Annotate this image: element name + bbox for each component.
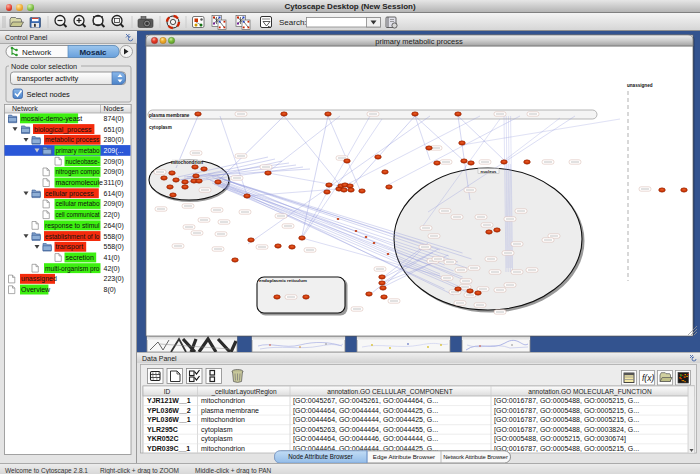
- svg-text:558(0): 558(0): [104, 243, 124, 251]
- svg-text:nucleus: nucleus: [481, 169, 497, 174]
- svg-text:874(0): 874(0): [104, 115, 124, 123]
- svg-text:mitochondrion: mitochondrion: [201, 445, 245, 452]
- svg-text:biological_process: biological_process: [34, 126, 92, 134]
- svg-text:[GO:0005488, GO:0005215, GO:00: [GO:0005488, GO:0005215, GO:0030674]: [494, 435, 626, 443]
- svg-text:[GO:0044464, GO:0044446, GO:00: [GO:0044464, GO:0044446, GO:0044444, G..…: [293, 435, 438, 443]
- svg-text:Overview: Overview: [21, 286, 51, 293]
- svg-text:280(0): 280(0): [104, 136, 124, 144]
- svg-text:209(0): 209(0): [104, 200, 124, 208]
- svg-text:Node Attribute Browser: Node Attribute Browser: [288, 453, 353, 460]
- svg-text:Edge Attribute Browser: Edge Attribute Browser: [373, 453, 435, 460]
- svg-text:22(0): 22(0): [104, 211, 120, 219]
- svg-text:ID: ID: [164, 388, 171, 395]
- svg-text:multi-organism pro: multi-organism pro: [45, 265, 100, 273]
- svg-text:nucleobase-: nucleobase-: [66, 158, 101, 165]
- svg-text:YJR121W__1: YJR121W__1: [147, 397, 191, 404]
- svg-text:mitochondrion: mitochondrion: [171, 160, 203, 165]
- svg-text:209(...: 209(...: [104, 147, 124, 155]
- svg-text:[GO:0016787, GO:0005488, GO:00: [GO:0016787, GO:0005488, GO:0003824, G..…: [494, 426, 639, 434]
- svg-text:f(x): f(x): [642, 373, 654, 383]
- svg-text:cytoplasm: cytoplasm: [201, 435, 233, 443]
- svg-text:[GO:0045263, GO:0044464, GO:00: [GO:0045263, GO:0044464, GO:0044455, G..…: [293, 426, 438, 434]
- svg-text:YKR052C: YKR052C: [147, 435, 179, 442]
- svg-text:[GO:0016787, GO:0005488, GO:00: [GO:0016787, GO:0005488, GO:0005215, G..…: [494, 397, 639, 405]
- svg-text:223(0): 223(0): [104, 275, 124, 283]
- svg-text:mitochondrion: mitochondrion: [201, 416, 245, 423]
- svg-text:Network Attribute Browser: Network Attribute Browser: [443, 454, 508, 460]
- svg-text:[GO:0045267, GO:0045261, GO:00: [GO:0045267, GO:0045261, GO:0044464, G..…: [293, 397, 438, 405]
- svg-text:transport: transport: [56, 243, 84, 251]
- svg-text:cellular process: cellular process: [45, 190, 94, 198]
- svg-text:metabolic process: metabolic process: [45, 136, 100, 144]
- svg-text:macromolecule: macromolecule: [56, 179, 104, 186]
- svg-text:secretion: secretion: [66, 254, 95, 261]
- svg-text:651(0): 651(0): [104, 126, 124, 134]
- svg-text:cell communicat: cell communicat: [56, 211, 100, 218]
- svg-text:unassigned: unassigned: [21, 275, 57, 283]
- svg-text:_cellularLayoutRegion: _cellularLayoutRegion: [210, 388, 277, 396]
- svg-text:cytoplasm: cytoplasm: [201, 426, 233, 434]
- svg-text:mitochondrion: mitochondrion: [201, 397, 245, 404]
- svg-text:YLR295C: YLR295C: [147, 426, 178, 433]
- svg-text:plasma membrane: plasma membrane: [149, 113, 190, 118]
- svg-text:Data Panel: Data Panel: [142, 355, 177, 362]
- svg-text:41(0): 41(0): [104, 254, 120, 262]
- svg-text:YPL036W__1: YPL036W__1: [147, 416, 191, 423]
- svg-text:annotation.GO CELLULAR_COMPONE: annotation.GO CELLULAR_COMPONENT: [327, 388, 452, 396]
- svg-text:209(0): 209(0): [104, 168, 124, 176]
- svg-text:nitrogen compo: nitrogen compo: [56, 168, 100, 176]
- svg-text:264(0): 264(0): [104, 222, 124, 230]
- svg-text:cytoplasm: cytoplasm: [149, 125, 172, 130]
- svg-text:primary metabo: primary metabo: [56, 147, 100, 155]
- svg-text:[GO:0016787, GO:0005488, GO:00: [GO:0016787, GO:0005488, GO:0005215, G..…: [494, 416, 639, 424]
- svg-text:311(0): 311(0): [104, 179, 124, 187]
- svg-text:[GO:0016787, GO:0005488, GO:00: [GO:0016787, GO:0005488, GO:0005215, G..…: [494, 445, 639, 453]
- svg-text:8(0): 8(0): [104, 286, 116, 294]
- svg-text:614(0): 614(0): [104, 190, 124, 198]
- svg-text:annotation.GO MOLECULAR_FUNCTI: annotation.GO MOLECULAR_FUNCTION: [528, 388, 652, 396]
- svg-text:YPL036W__2: YPL036W__2: [147, 407, 191, 414]
- svg-text:mosaic-demo-yeast: mosaic-demo-yeast: [21, 115, 82, 123]
- svg-text:558(0): 558(0): [104, 233, 124, 241]
- svg-text:plasma membrane: plasma membrane: [201, 407, 259, 415]
- svg-text:[GO:0044464, GO:0044444, GO:00: [GO:0044464, GO:0044444, GO:0044425, G..…: [293, 416, 438, 424]
- svg-text:[GO:0016787, GO:0005488, GO:00: [GO:0016787, GO:0005488, GO:0005215, G..…: [494, 407, 639, 415]
- svg-text:cellular metabo: cellular metabo: [56, 200, 100, 207]
- svg-text:primary metabolic process: primary metabolic process: [375, 37, 463, 46]
- svg-text:establishment of lo: establishment of lo: [45, 233, 100, 240]
- svg-text:Search:: Search:: [279, 18, 307, 27]
- svg-text:[GO:0044464, GO:0044444, GO:00: [GO:0044464, GO:0044444, GO:0044425, G..…: [293, 407, 438, 415]
- svg-text:response to stimul: response to stimul: [45, 222, 100, 230]
- svg-text:209(0): 209(0): [104, 158, 124, 166]
- svg-text:YDR039C__1: YDR039C__1: [147, 445, 190, 452]
- svg-text:42(0): 42(0): [104, 265, 120, 273]
- svg-text:unassigned: unassigned: [627, 83, 653, 88]
- svg-text:endoplasmic reticulum: endoplasmic reticulum: [259, 278, 307, 283]
